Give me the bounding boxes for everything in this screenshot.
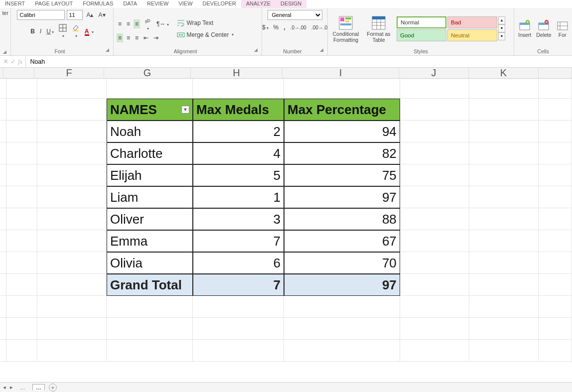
format-cells-button[interactable]: For (556, 19, 570, 39)
bold-button[interactable]: B (29, 27, 36, 36)
enter-formula-icon[interactable]: ✓ (10, 58, 16, 65)
new-sheet-button[interactable]: + (49, 384, 57, 392)
style-normal[interactable]: Normal (397, 16, 446, 28)
font-color-button[interactable]: A (83, 27, 95, 36)
cell-medals[interactable]: 6 (193, 252, 284, 274)
tab-view[interactable]: VIEW (173, 0, 197, 8)
number-format-select[interactable]: General (268, 10, 322, 20)
cell-pct[interactable]: 97 (284, 186, 400, 208)
sheet-nav-prev[interactable]: ◂ (3, 384, 6, 391)
fx-icon[interactable]: fx (18, 58, 22, 66)
align-center-button[interactable]: ≡ (125, 33, 132, 42)
cell-name[interactable]: Oliver (107, 208, 193, 230)
tab-analyze[interactable]: ANALYZE (241, 0, 276, 8)
table-row[interactable]: Oliver388 (0, 208, 572, 230)
table-row[interactable]: Charlotte482 (0, 142, 572, 164)
cell-name[interactable]: Charlotte (107, 142, 193, 164)
increase-decimal-button[interactable]: .0→.00 (289, 24, 308, 31)
tab-review[interactable]: REVIEW (142, 0, 173, 8)
cell-name[interactable]: Elijah (107, 164, 193, 186)
table-row[interactable]: Emma767 (0, 230, 572, 252)
text-direction-button[interactable]: ¶↔ (155, 19, 170, 28)
fill-color-button[interactable] (70, 23, 81, 40)
styles-scroll-up[interactable]: ▴ (498, 16, 505, 24)
tab-data[interactable]: DATA (118, 0, 142, 8)
decrease-indent-button[interactable]: ⇤ (142, 33, 150, 42)
format-as-table-button[interactable]: Format as Table (364, 14, 394, 44)
table-header-pct[interactable]: Max Percentage (284, 99, 400, 121)
filter-dropdown-button[interactable]: ▼ (181, 106, 189, 114)
cell-pct[interactable]: 82 (284, 142, 400, 164)
font-name-select[interactable] (17, 10, 65, 20)
orientation-button[interactable]: ab (142, 15, 153, 32)
merge-center-button[interactable]: Merge & Center (175, 30, 236, 40)
grand-total-pct[interactable]: 97 (284, 274, 400, 296)
percent-format-button[interactable]: % (272, 23, 281, 32)
increase-indent-button[interactable]: ⇥ (152, 33, 160, 42)
number-dialog-launcher[interactable]: ◢ (320, 47, 324, 54)
grand-total-medals[interactable]: 7 (193, 274, 284, 296)
cell-medals[interactable]: 2 (193, 121, 284, 142)
cell-name[interactable]: Emma (107, 230, 193, 252)
formula-input[interactable] (26, 56, 572, 67)
tab-design[interactable]: DESIGN (276, 0, 306, 8)
cell-pct[interactable]: 67 (284, 230, 400, 252)
italic-button[interactable]: I (38, 27, 43, 36)
cell-name[interactable]: Liam (107, 186, 193, 208)
wrap-text-button[interactable]: Wrap Text (175, 18, 236, 28)
grand-total-label[interactable]: Grand Total (107, 274, 193, 296)
increase-font-size-button[interactable]: A▴ (85, 10, 95, 19)
style-bad[interactable]: Bad (447, 16, 497, 28)
underline-button[interactable]: U (45, 27, 55, 36)
cell-styles-gallery[interactable]: Normal Bad Good Neutral (397, 16, 497, 41)
align-bottom-button[interactable]: ≡ (134, 19, 140, 28)
align-left-button[interactable]: ≡ (117, 33, 123, 42)
table-header-medals[interactable]: Max Medals (193, 99, 284, 121)
styles-scroll-down[interactable]: ▾ (498, 24, 505, 32)
styles-more-button[interactable]: ▾ (498, 32, 505, 40)
comma-format-button[interactable]: , (282, 23, 286, 32)
align-top-button[interactable]: ≡ (117, 19, 123, 28)
style-neutral[interactable]: Neutral (447, 29, 497, 41)
table-row[interactable]: Olivia670 (0, 252, 572, 274)
decrease-font-size-button[interactable]: A▾ (97, 10, 107, 19)
cell-pct[interactable]: 88 (284, 208, 400, 230)
table-header-names[interactable]: NAMES ▼ (107, 99, 193, 121)
worksheet[interactable]: F G H I J K NAMES ▼ Max Medals Max Perce… (0, 68, 572, 382)
table-row[interactable]: Noah294 (0, 121, 572, 142)
align-right-button[interactable]: ≡ (134, 33, 140, 42)
cell-medals[interactable]: 4 (193, 142, 284, 164)
borders-button[interactable] (57, 23, 68, 40)
font-dialog-launcher[interactable]: ◢ (106, 47, 110, 54)
sheet-tab-active[interactable]: … (32, 384, 45, 391)
sheet-tab-1[interactable]: … (17, 385, 28, 391)
clipboard-dialog-launcher[interactable]: ◢ (3, 49, 7, 54)
table-row[interactable]: Elijah575 (0, 164, 572, 186)
insert-cells-button[interactable]: Insert (517, 19, 532, 39)
align-middle-button[interactable]: ≡ (125, 19, 132, 28)
font-size-select[interactable] (67, 10, 83, 20)
delete-cells-button[interactable]: Delete (535, 19, 552, 39)
grid[interactable]: NAMES ▼ Max Medals Max Percentage Noah29… (0, 79, 572, 362)
cell-medals[interactable]: 5 (193, 164, 284, 186)
decrease-decimal-button[interactable]: .00→.0 (310, 24, 329, 31)
sheet-nav-next[interactable]: ▸ (10, 384, 13, 391)
cell-pct[interactable]: 94 (284, 121, 400, 142)
column-headers[interactable]: F G H I J K (0, 68, 572, 79)
cell-medals[interactable]: 7 (193, 230, 284, 252)
style-good[interactable]: Good (397, 29, 446, 41)
tab-formulas[interactable]: FORMULAS (78, 0, 118, 8)
cell-pct[interactable]: 70 (284, 252, 400, 274)
accounting-format-button[interactable]: $ (261, 23, 270, 32)
cell-pct[interactable]: 75 (284, 164, 400, 186)
tab-page-layout[interactable]: PAGE LAYOUT (30, 0, 78, 8)
table-row[interactable]: Liam197 (0, 186, 572, 208)
alignment-dialog-launcher[interactable]: ◢ (254, 47, 259, 54)
conditional-formatting-button[interactable]: Conditional Formatting (331, 14, 361, 44)
cancel-formula-icon[interactable]: ✕ (3, 58, 8, 65)
cell-name[interactable]: Olivia (107, 252, 193, 274)
tab-insert[interactable]: INSERT (0, 0, 30, 8)
cell-medals[interactable]: 1 (193, 186, 284, 208)
cell-name[interactable]: Noah (107, 121, 193, 142)
tab-developer[interactable]: DEVELOPER (198, 0, 241, 8)
